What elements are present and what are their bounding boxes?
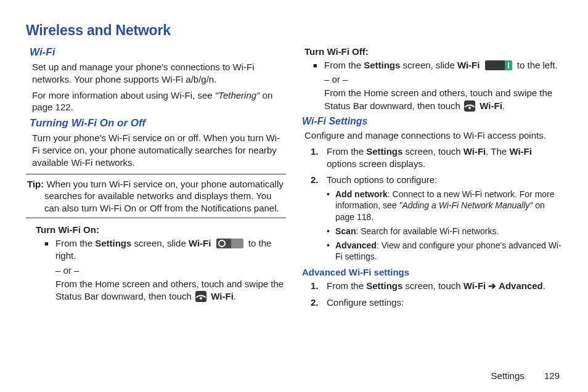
footer-section: Settings [491,370,525,381]
page-number: 129 [544,370,560,381]
cross-ref: "Tethering" [215,90,260,100]
text: From the Home screen and others, touch a… [55,279,284,301]
text: For more information about using Wi-Fi, … [32,90,215,100]
text: screen, touch [402,280,463,291]
adv-step-2: 2. Configure settings: [311,296,562,309]
option-label: Add network [335,189,388,199]
square-bullet-icon: ■ [44,239,55,248]
page-footer: Settings 129 [491,370,560,381]
option-label: Scan [335,226,356,236]
turn-on-heading: Turn Wi-Fi On: [36,224,286,235]
two-column-layout: Wi-Fi Set up and manage your phone's con… [26,43,562,312]
wifi-ref: Wi-Fi [480,100,502,111]
config-options: Add network: Connect to a new Wi-Fi netw… [327,189,562,262]
step-number: 1. [311,280,319,292]
text: From the [327,280,366,291]
text: screen, touch [402,146,463,157]
advanced-ref: Advanced [499,280,543,291]
turning-paragraph: Turn your phone's Wi-Fi service on or of… [32,132,286,168]
wifi-settings-steps: 1. From the Settings screen, touch Wi-Fi… [311,145,562,263]
text: From the [324,60,364,70]
step-number: 1. [311,145,319,158]
text: . [502,100,505,111]
text: to the left. [517,60,558,70]
turn-off-heading: Turn Wi-Fi Off: [304,46,562,57]
option-advanced: Advanced: View and configure your phone'… [327,240,562,262]
wifi-icon [464,100,475,112]
text: options screen displays. [327,158,425,169]
page-title: Wireless and Network [26,22,562,39]
toggle-on-icon [485,60,512,70]
step-number: 2. [311,174,319,186]
right-column: Turn Wi-Fi Off: ■ From the Settings scre… [302,43,562,312]
or-divider: – or – [55,265,286,276]
cross-ref: "Adding a Wi-Fi Network Manually" [399,200,533,210]
tip-label: Tip: [27,179,44,189]
settings-ref: Settings [95,238,131,248]
text: . The [486,146,509,157]
option-scan: Scan: Search for available Wi-Fi network… [327,226,562,237]
wifi-settings-intro: Configure and manage connections to Wi-F… [304,129,562,142]
text: screen, slide [131,238,189,248]
turn-on-bullet: ■ From the Settings screen, slide Wi-Fi … [44,237,286,263]
square-bullet-icon: ■ [313,61,324,70]
turn-off-text: From the Settings screen, slide Wi-Fi to… [324,59,562,71]
step-number: 2. [311,296,319,309]
text: . [543,280,545,291]
text: From the Home screen and others, touch a… [324,88,552,110]
advanced-heading: Advanced Wi-Fi settings [302,267,562,277]
tip-text: When you turn Wi-Fi service on, your pho… [44,179,284,213]
arrow-icon: ➔ [486,280,499,291]
left-column: Wi-Fi Set up and manage your phone's con… [26,43,286,312]
wifi-settings-heading: Wi-Fi Settings [302,116,562,127]
wifi-ref: Wi-Fi [463,280,486,291]
wifi-ref: Wi-Fi [509,146,532,157]
turn-on-text: From the Settings screen, slide Wi-Fi to… [55,237,286,263]
advanced-steps: 1. From the Settings screen, touch Wi-Fi… [311,280,562,309]
wifi-intro-2: For more information about using Wi-Fi, … [32,89,286,114]
settings-ref: Settings [366,146,402,157]
text: Configure settings: [327,297,404,308]
text: . [234,291,236,301]
settings-ref: Settings [366,280,402,291]
wifi-heading: Wi-Fi [30,46,286,59]
text: From the [55,238,95,248]
or-divider: – or – [324,74,562,84]
wifi-ref: Wi-Fi [463,146,486,157]
adv-step-1: 1. From the Settings screen, touch Wi-Fi… [311,280,562,292]
step-1: 1. From the Settings screen, touch Wi-Fi… [311,145,562,171]
tip-box: Tip: When you turn Wi-Fi service on, you… [26,174,286,219]
text: : Search for available Wi-Fi networks. [356,226,499,236]
wifi-icon [195,291,206,302]
settings-ref: Settings [364,60,400,70]
turn-off-alt: From the Home screen and others, touch a… [324,87,562,112]
text: From the [327,146,366,157]
wifi-ref: Wi-Fi [457,60,480,70]
option-label: Advanced [335,240,377,250]
turning-heading: Turning Wi-Fi On or Off [30,117,286,129]
step-2: 2. Touch options to configure: Add netwo… [311,174,562,262]
wifi-intro-1: Set up and manage your phone's connectio… [32,61,286,86]
text: screen, slide [400,60,457,70]
option-add-network: Add network: Connect to a new Wi-Fi netw… [327,189,562,223]
turn-on-alt: From the Home screen and others, touch a… [55,278,286,303]
turn-off-bullet: ■ From the Settings screen, slide Wi-Fi … [313,59,562,71]
wifi-ref: Wi-Fi [189,238,211,248]
toggle-off-icon [216,239,243,248]
text: Touch options to configure: [327,174,437,185]
wifi-ref: Wi-Fi [211,291,234,301]
manual-page: Wireless and Network Wi-Fi Set up and ma… [0,0,588,392]
